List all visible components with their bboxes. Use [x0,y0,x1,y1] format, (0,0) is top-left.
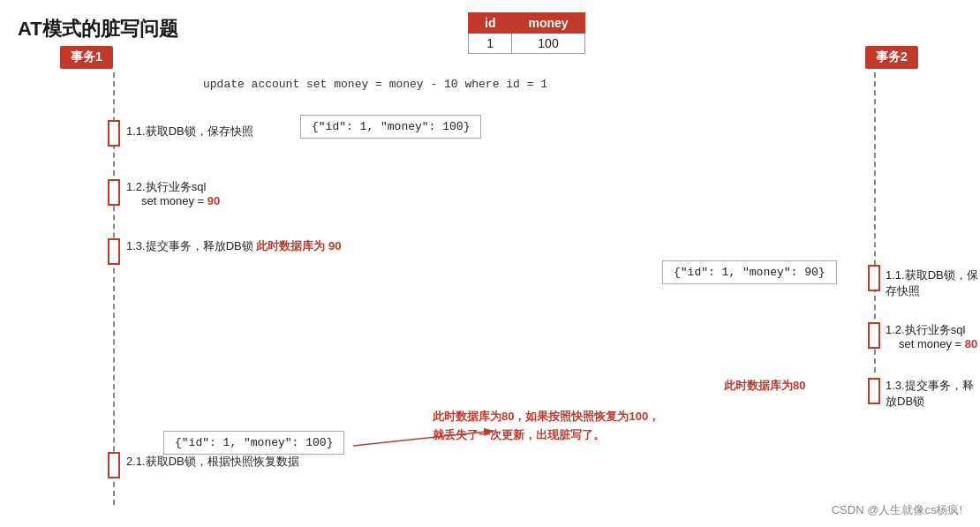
tx2-step2-label: 1.2.执行业务sql [886,322,965,338]
tx1-snapshot: {"id": 1, "money": 100} [300,115,481,139]
db-table: id money 1 100 [468,12,585,54]
cell-id: 1 [469,34,512,54]
tx1-step3-box [108,238,120,265]
dirty-write-annotation: 此时数据库为80，如果按照快照恢复为100，就丢失了一次更新，出现脏写了。 [433,408,660,445]
col-money: money [512,13,584,34]
tx2-snapshot: {"id": 1, "money": 90} [662,260,837,284]
tx1-step2-box [108,179,120,206]
tx1-step1-label: 1.1.获取DB锁，保存快照 [126,124,253,139]
tx2-label: 事务2 [865,46,918,69]
tx1-step3-label: 1.3.提交事务，释放DB锁 此时数据库为 90 [126,238,341,254]
tx2-step3-label: 1.3.提交事务，释放DB锁 [886,378,980,410]
tx2-step2-detail: set money = 80 [899,337,977,350]
tx1-step21-box [108,452,120,478]
col-id: id [469,13,512,34]
tx1-step2-label: 1.2.执行业务sql [126,179,206,195]
tx1-step2-detail: set money = 90 [141,194,220,207]
tx1-rollback-snap: {"id": 1, "money": 100} [163,431,344,455]
tx2-step1-box [868,265,880,291]
tx1-step1-box [108,120,120,147]
cell-money: 100 [512,34,584,54]
tx1-label: 事务1 [60,46,113,69]
sql-command: update account set money = money - 10 wh… [203,78,547,91]
tx2-step2-box [868,322,880,349]
db80-annotation: 此时数据库为80 [724,378,805,394]
watermark: CSDN @人生就像cs杨疯! [832,502,962,518]
tx1-step21-label: 2.1.获取DB锁，根据快照恢复数据 [126,454,299,470]
tx2-step3-box [868,378,880,404]
tx2-step1-label: 1.1.获取DB锁，保存快照 [886,267,980,299]
